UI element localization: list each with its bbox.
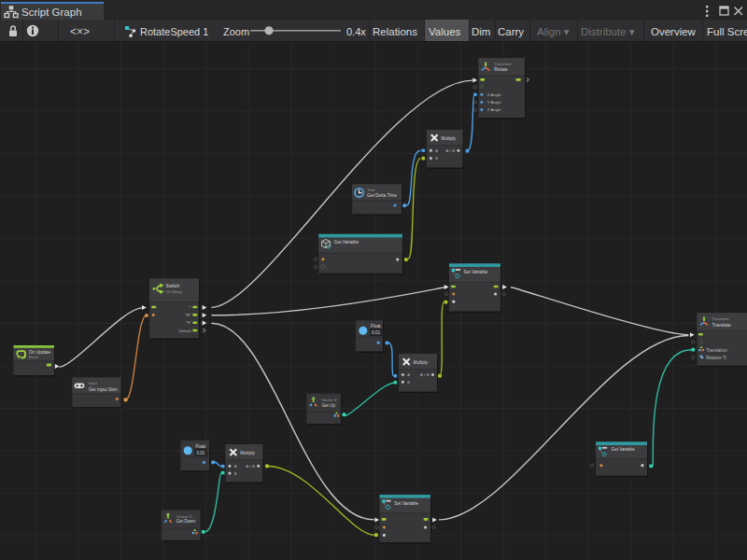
svg-text:B: B [435, 156, 438, 161]
svg-text:Get Input Strin: Get Input Strin [89, 387, 118, 392]
svg-text:Translate: Translate [712, 323, 731, 328]
svg-text:Set Variable: Set Variable [464, 270, 488, 274]
svg-text:Set Variable: Set Variable [394, 501, 418, 506]
svg-text:Default: Default [179, 329, 192, 333]
svg-text:Float: Float [371, 324, 381, 329]
svg-text:“S”: “S” [186, 320, 191, 325]
svg-text:Z Angle: Z Angle [487, 107, 501, 112]
svg-text:A: A [435, 148, 438, 153]
svg-text:A: A [407, 372, 410, 377]
svg-text:Transform: Transform [712, 316, 730, 321]
svg-text:Y Angle: Y Angle [487, 100, 501, 105]
svg-text:Vector 3: Vector 3 [176, 514, 192, 519]
svg-text:Time: Time [367, 188, 376, 192]
svg-text:Vector 3: Vector 3 [321, 398, 337, 402]
svg-text:Transform: Transform [494, 62, 512, 66]
svg-text:Get Up: Get Up [321, 403, 335, 408]
svg-text:Relative Tr: Relative Tr [706, 356, 726, 360]
svg-text:On String: On String [166, 289, 182, 294]
svg-text:Translation: Translation [706, 348, 727, 353]
svg-text:A × B: A × B [420, 372, 430, 377]
svg-text:“W”: “W” [185, 313, 191, 317]
svg-text:Get Variable: Get Variable [612, 447, 636, 452]
svg-text:X Angle: X Angle [487, 92, 501, 97]
svg-text:Multiply: Multiply [240, 451, 255, 455]
svg-text:0.01: 0.01 [196, 451, 204, 455]
svg-text:Get Down: Get Down [176, 519, 196, 524]
svg-text:Event: Event [29, 355, 39, 359]
svg-text:Multiply: Multiply [414, 360, 429, 365]
svg-text:A: A [234, 464, 237, 469]
svg-text:B: B [407, 380, 410, 385]
svg-text:A × B: A × B [445, 148, 455, 153]
svg-text:A × B: A × B [246, 464, 255, 469]
svg-text:Get Delta Time: Get Delta Time [367, 193, 397, 198]
svg-text:B: B [234, 471, 237, 476]
svg-text:Multiply: Multiply [442, 136, 457, 141]
svg-text:0.01: 0.01 [372, 330, 380, 335]
svg-text:Get Variable: Get Variable [334, 240, 359, 245]
svg-text:Input: Input [89, 381, 98, 385]
svg-text:Switch: Switch [166, 283, 180, 288]
svg-text:Rotate: Rotate [494, 67, 508, 72]
svg-text:Float: Float [195, 444, 205, 449]
